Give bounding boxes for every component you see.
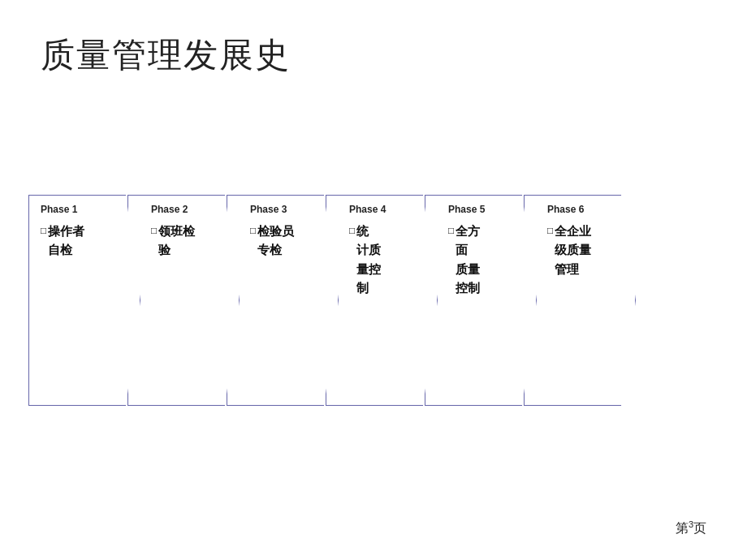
phase-item-3: Phase 3 □ 检验员专检 xyxy=(227,195,339,406)
footer-prefix: 第 xyxy=(676,521,689,535)
phase-6-checkbox: □ xyxy=(547,223,553,238)
phase-2-text: 领班检验 xyxy=(158,222,195,260)
phase-2-label: Phase 2 xyxy=(151,204,229,215)
phase-5-content: □ 全方面质量控制 xyxy=(448,222,526,297)
phase-3-checkbox: □ xyxy=(250,223,256,238)
phase-1-checkbox: □ xyxy=(41,223,46,238)
phase-1-content: □ 操作者自检 xyxy=(41,222,130,260)
phase-2-checkbox: □ xyxy=(151,223,157,238)
phase-2-content: □ 领班检验 xyxy=(151,222,229,260)
phase-item-1: Phase 1 □ 操作者自检 xyxy=(28,195,140,406)
phase-item-4: Phase 4 □ 统计质量控制 xyxy=(326,195,438,406)
page-title: 质量管理发展史 xyxy=(41,32,291,78)
phase-item-5: Phase 5 □ 全方面质量控制 xyxy=(425,195,537,406)
phase-4-label: Phase 4 xyxy=(349,204,427,215)
phase-4-checkbox: □ xyxy=(349,223,355,238)
phase-item-2: Phase 2 □ 领班检验 xyxy=(127,195,240,406)
phase-5-label: Phase 5 xyxy=(448,204,526,215)
footer-suffix: 页 xyxy=(693,521,706,535)
phase-6-content: □ 全企业级质量管理 xyxy=(547,222,625,278)
phase-5-checkbox: □ xyxy=(448,223,454,238)
phase-item-6: Phase 6 □ 全企业级质量管理 xyxy=(524,195,636,406)
phase-3-text: 检验员专检 xyxy=(257,222,294,260)
page-footer: 第3页 xyxy=(676,519,706,537)
phase-1-text: 操作者自检 xyxy=(48,222,84,260)
phase-4-text: 统计质量控制 xyxy=(356,222,381,297)
phase-3-content: □ 检验员专检 xyxy=(250,222,328,260)
phase-6-label: Phase 6 xyxy=(547,204,625,215)
phases-container: Phase 1 □ 操作者自检 Phase 2 □ 领班检验 Phase 3 □… xyxy=(28,195,636,406)
phase-3-label: Phase 3 xyxy=(250,204,328,215)
phase-6-text: 全企业级质量管理 xyxy=(555,222,591,278)
phase-5-text: 全方面质量控制 xyxy=(456,222,480,297)
phase-4-content: □ 统计质量控制 xyxy=(349,222,427,297)
phase-1-label: Phase 1 xyxy=(41,204,130,215)
